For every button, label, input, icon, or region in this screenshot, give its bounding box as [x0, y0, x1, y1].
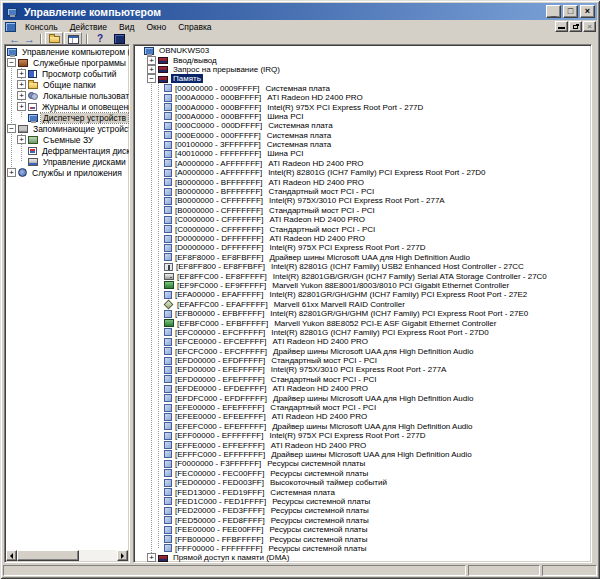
tree-row[interactable]: [EF8FF800 - EF8FFBFF] Intel(R) 82801G (I…: [134, 262, 591, 271]
tree-row[interactable]: [EFCE0000 - EFCEFFFF] ATI Radeon HD 2400…: [134, 337, 591, 346]
tree-row[interactable]: [FED50000 - FED8FFFF] Ресурсы системной …: [134, 516, 591, 525]
tree-row[interactable]: + Журналы и оповещения пр: [5, 101, 129, 112]
expand-toggle[interactable]: −: [7, 58, 16, 67]
tree-row[interactable]: [000C0000 - 000DFFFF] Системная плата: [134, 121, 591, 130]
tree-row[interactable]: [EFFFC000 - EFFFFFFF] Драйвер шины Micro…: [134, 450, 591, 459]
tree-row[interactable]: [EFC00000 - EFCFFFFF] Intel(R) 82801G (I…: [134, 328, 591, 337]
scroll-right-button[interactable]: [117, 550, 128, 561]
tree-row[interactable]: [EFEE0000 - EFEEFFFF] ATI Radeon HD 2400…: [134, 412, 591, 421]
tree-row[interactable]: [FED1C000 - FED1FFFF] Ресурсы системной …: [134, 497, 591, 506]
device-label: Драйвер шины Microsoft UAA для High Defi…: [271, 394, 475, 403]
scrollbar-thumb[interactable]: [17, 550, 79, 561]
tree-row[interactable]: + Службы и приложения: [5, 167, 129, 178]
child-minimize-button[interactable]: [555, 21, 568, 32]
expand-toggle[interactable]: +: [17, 69, 26, 78]
tree-row[interactable]: [00000000 - 0009FFFF] Системная плата: [134, 84, 591, 93]
expand-toggle[interactable]: +: [17, 102, 26, 111]
tree-row[interactable]: [EFA00000 - EFAFFFFF] Intel(R) 82801GR/G…: [134, 290, 591, 299]
tree-row[interactable]: [EFF00000 - EFFFFFFF] Intel(R) 975X PCI …: [134, 431, 591, 440]
forward-arrow-icon[interactable]: →: [22, 34, 37, 44]
tree-row[interactable]: [EFDFC000 - EFDFFFFF] Драйвер шины Micro…: [134, 393, 591, 402]
expand-toggle[interactable]: +: [147, 65, 156, 74]
tree-row[interactable]: [D0000000 - DFFFFFFF] Intel(R) 975X PCI …: [134, 243, 591, 252]
scroll-left-button[interactable]: [6, 550, 17, 561]
tree-row[interactable]: [00100000 - 3FFFFFFF] Системная плата: [134, 140, 591, 149]
maximize-button[interactable]: □: [563, 5, 578, 18]
expand-toggle[interactable]: −: [147, 74, 156, 83]
tree-row[interactable]: + Ввод/вывод: [134, 55, 591, 64]
console-window-icon[interactable]: [5, 22, 16, 32]
tree-row[interactable]: Управление компьютером (локаль: [5, 46, 129, 57]
tree-row[interactable]: [B0000000 - BFFFFFFF] ATI Radeon HD 2400…: [134, 177, 591, 186]
tree-row[interactable]: Диспетчер устройств: [5, 112, 129, 123]
tree-row[interactable]: Дефрагментация диска: [5, 145, 129, 156]
tree-row[interactable]: [EFE00000 - EFEFFFFF] Стандартный мост P…: [134, 403, 591, 412]
tree-row[interactable]: [FEE00000 - FEE00FFF] Ресурсы системной …: [134, 525, 591, 534]
tree-row[interactable]: [EFAFFC00 - EFAFFFFF] Marvell 61xx Marve…: [134, 300, 591, 309]
expand-toggle[interactable]: +: [147, 56, 156, 65]
tree-row[interactable]: [C0000000 - CFFFFFFF] Стандартный мост P…: [134, 224, 591, 233]
tree-row[interactable]: [EFEFC000 - EFEFFFFF] Драйвер шины Micro…: [134, 422, 591, 431]
tree-row[interactable]: [EFBFC000 - EFBFFFFF] Marvell Yukon 88E8…: [134, 318, 591, 327]
menu-item-help[interactable]: Справка: [172, 21, 217, 33]
tree-row[interactable]: [FEC00000 - FEC00FFF] Ресурсы системной …: [134, 469, 591, 478]
tree-row[interactable]: [C0000000 - CFFFFFFF] ATI Radeon HD 2400…: [134, 215, 591, 224]
child-close-button[interactable]: ×: [583, 21, 596, 32]
tree-row[interactable]: + Съемные ЗУ: [5, 134, 129, 145]
tree-row[interactable]: [40010000 - FFFFFFFF] Шина PCI: [134, 149, 591, 158]
tree-row[interactable]: [EFD00000 - EFDFFFFF] Стандартный мост P…: [134, 356, 591, 365]
horizontal-scrollbar[interactable]: [6, 550, 128, 561]
tree-row[interactable]: [A0000000 - AFFFFFFF] Intel(R) 82801G (I…: [134, 168, 591, 177]
tree-row[interactable]: [FED13000 - FED19FFF] Системная плата: [134, 487, 591, 496]
menu-item-action[interactable]: Действие: [64, 21, 113, 33]
tree-row[interactable]: − Служебные программы: [5, 57, 129, 68]
tree-row[interactable]: [FFB00000 - FFBFFFFF] Ресурсы системной …: [134, 534, 591, 543]
minimize-button[interactable]: _: [546, 5, 561, 18]
tree-row[interactable]: [EF8F8000 - EF8FBFFF] Драйвер шины Micro…: [134, 253, 591, 262]
menu-item-window[interactable]: Окно: [140, 21, 172, 33]
expand-toggle[interactable]: +: [17, 135, 26, 144]
tree-row[interactable]: [EFFE0000 - EFFEFFFF] ATI Radeon HD 2400…: [134, 440, 591, 449]
close-button[interactable]: ×: [580, 5, 595, 18]
tree-row[interactable]: [FFF00000 - FFFFFFFF] Ресурсы системной …: [134, 544, 591, 553]
expand-toggle[interactable]: −: [7, 124, 16, 133]
tree-row[interactable]: [B0000000 - CFFFFFFF] Стандартный мост P…: [134, 206, 591, 215]
tree-row[interactable]: [000E0000 - 000FFFFF] Системная плата: [134, 131, 591, 140]
tree-row[interactable]: + Прямой доступ к памяти (DMA): [134, 553, 591, 562]
tree-row[interactable]: [000A0000 - 000BFFFF] ATI Radeon HD 2400…: [134, 93, 591, 102]
expand-toggle[interactable]: +: [17, 80, 26, 89]
tree-row[interactable]: [EFCFC000 - EFCFFFFF] Драйвер шины Micro…: [134, 347, 591, 356]
title-bar[interactable]: Управление компьютером _ □ ×: [3, 3, 597, 20]
tree-row[interactable]: [EFDE0000 - EFDEFFFF] ATI Radeon HD 2400…: [134, 384, 591, 393]
tree-row[interactable]: [D0000000 - DFFFFFFF] ATI Radeon HD 2400…: [134, 234, 591, 243]
tree-row[interactable]: + Локальные пользователи и: [5, 90, 129, 101]
menu-item-console[interactable]: Консоль: [19, 21, 64, 33]
tree-row[interactable]: [A0000000 - AFFFFFFF] ATI Radeon HD 2400…: [134, 159, 591, 168]
child-restore-button[interactable]: [569, 21, 582, 32]
status-panel-1: [3, 565, 466, 576]
tree-row[interactable]: [F0000000 - F3FFFFFF] Ресурсы системной …: [134, 459, 591, 468]
tree-row[interactable]: + Общие папки: [5, 79, 129, 90]
expand-toggle[interactable]: +: [17, 91, 26, 100]
tree-row[interactable]: [000A0000 - 000BFFFF] Intel(R) 975X PCI …: [134, 102, 591, 111]
tree-row[interactable]: [000A0000 - 000BFFFF] Шина PCI: [134, 112, 591, 121]
tree-row[interactable]: OBNUKWS03: [134, 46, 591, 55]
menu-item-view[interactable]: Вид: [113, 21, 140, 33]
tree-row[interactable]: [EFD00000 - EFEFFFFF] Стандартный мост P…: [134, 375, 591, 384]
tree-row[interactable]: [EFD00000 - EFEFFFFF] Intel(R) 975X/3010…: [134, 365, 591, 374]
tree-row[interactable]: [B0000000 - CFFFFFFF] Intel(R) 975X/3010…: [134, 196, 591, 205]
tree-row[interactable]: + Просмотр событий: [5, 68, 129, 79]
expand-toggle[interactable]: +: [147, 553, 156, 562]
back-arrow-icon[interactable]: ←: [7, 34, 22, 44]
expand-toggle[interactable]: +: [7, 168, 16, 177]
tree-row[interactable]: + Запрос на прерывание (IRQ): [134, 65, 591, 74]
tree-row[interactable]: [EF9FC000 - EF9FFFFF] Marvell Yukon 88E8…: [134, 281, 591, 290]
tree-row[interactable]: [EFB00000 - EFBFFFFF] Intel(R) 82801GR/G…: [134, 309, 591, 318]
tree-row[interactable]: [FED20000 - FED3FFFF] Ресурсы системной …: [134, 506, 591, 515]
tree-row[interactable]: Управление дисками: [5, 156, 129, 167]
tree-row[interactable]: [B0000000 - BFFFFFFF] Стандартный мост P…: [134, 187, 591, 196]
tree-row[interactable]: − Запоминающие устройства: [5, 123, 129, 134]
tree-row[interactable]: [EF8FFC00 - EF8FFFFF] Intel(R) 82801GB/G…: [134, 271, 591, 280]
tree-row[interactable]: [FED00000 - FED003FF] Высокоточный тайме…: [134, 478, 591, 487]
tree-row[interactable]: − Память: [134, 74, 591, 83]
